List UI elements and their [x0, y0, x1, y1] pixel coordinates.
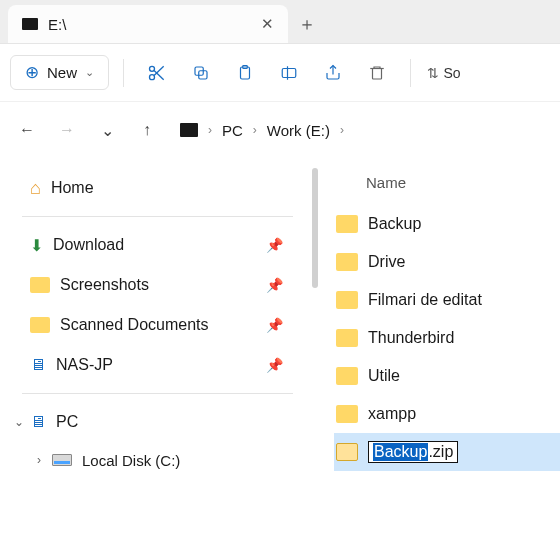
up-button[interactable]: ↑	[132, 115, 162, 145]
folder-icon	[336, 367, 358, 385]
sidebar-item-label: Local Disk (C:)	[82, 452, 180, 469]
sort-icon: ⇅	[427, 65, 439, 81]
chevron-right-icon: ›	[208, 123, 212, 137]
zip-icon	[336, 443, 358, 461]
pin-icon: 📌	[266, 317, 283, 333]
home-icon: ⌂	[30, 178, 41, 199]
rename-button[interactable]	[270, 54, 308, 92]
address-bar[interactable]: › PC › Work (E:) ›	[172, 112, 548, 148]
svg-rect-11	[373, 68, 382, 79]
chevron-right-icon[interactable]: ›	[30, 453, 48, 467]
folder-icon	[336, 215, 358, 233]
list-item[interactable]: Filmari de editat	[334, 281, 560, 319]
pin-icon: 📌	[266, 237, 283, 253]
pin-icon: 📌	[266, 277, 283, 293]
folder-icon	[336, 291, 358, 309]
folder-icon	[336, 329, 358, 347]
sidebar-item-label: Home	[51, 179, 94, 197]
file-name: xampp	[368, 405, 416, 423]
column-header-name[interactable]: Name	[334, 168, 560, 205]
delete-button[interactable]	[358, 54, 396, 92]
new-button[interactable]: ⊕ New ⌄	[10, 55, 109, 90]
rename-extension: .zip	[428, 443, 453, 461]
pc-icon: 🖥	[30, 413, 46, 431]
pin-icon: 📌	[266, 357, 283, 373]
sidebar-item-scanned[interactable]: Scanned Documents 📌	[10, 305, 305, 345]
file-name: Filmari de editat	[368, 291, 482, 309]
svg-point-1	[150, 74, 155, 79]
list-item[interactable]: xampp	[334, 395, 560, 433]
drive-icon	[180, 123, 198, 137]
sidebar-pc[interactable]: ⌄ 🖥 PC	[10, 402, 305, 442]
recent-button[interactable]: ⌄	[92, 115, 122, 145]
separator	[410, 59, 411, 87]
monitor-icon: 🖥	[30, 356, 46, 374]
svg-line-2	[154, 66, 164, 75]
svg-point-0	[150, 66, 155, 71]
folder-icon	[30, 277, 50, 293]
new-tab-button[interactable]: ＋	[288, 5, 326, 43]
rename-icon	[279, 64, 299, 82]
list-item-renaming[interactable]: Backup.zip	[334, 433, 560, 471]
folder-icon	[336, 405, 358, 423]
body: ⌂ Home ⬇ Download 📌 Screenshots 📌 Scanne…	[0, 158, 560, 543]
file-name: Backup	[368, 215, 421, 233]
copy-button[interactable]	[182, 54, 220, 92]
sidebar: ⌂ Home ⬇ Download 📌 Screenshots 📌 Scanne…	[0, 158, 312, 543]
tab-bar: E:\ ✕ ＋	[0, 0, 560, 44]
separator	[123, 59, 124, 87]
sidebar-item-label: NAS-JP	[56, 356, 113, 374]
chevron-down-icon: ⌄	[85, 66, 94, 79]
sidebar-item-label: Scanned Documents	[60, 316, 209, 334]
rename-input[interactable]: Backup.zip	[368, 441, 458, 463]
plus-icon: ⊕	[25, 62, 39, 83]
separator	[22, 393, 293, 394]
chevron-down-icon[interactable]: ⌄	[10, 415, 28, 429]
separator	[22, 216, 293, 217]
file-name: Drive	[368, 253, 405, 271]
sort-button[interactable]: ⇅ So	[425, 54, 463, 92]
folder-icon	[30, 317, 50, 333]
disk-icon	[52, 454, 72, 466]
share-icon	[323, 64, 343, 82]
sidebar-item-label: Screenshots	[60, 276, 149, 294]
share-button[interactable]	[314, 54, 352, 92]
list-item[interactable]: Drive	[334, 243, 560, 281]
sidebar-item-label: PC	[56, 413, 78, 431]
rename-selected-text: Backup	[373, 443, 428, 461]
breadcrumb-drive[interactable]: Work (E:)	[267, 122, 330, 139]
svg-line-3	[154, 70, 164, 79]
svg-rect-8	[282, 68, 296, 77]
sort-label: So	[443, 65, 460, 81]
sidebar-item-download[interactable]: ⬇ Download 📌	[10, 225, 305, 265]
drive-icon	[22, 18, 38, 30]
sidebar-localdisk[interactable]: › Local Disk (C:)	[10, 442, 305, 478]
new-button-label: New	[47, 64, 77, 81]
forward-button[interactable]: →	[52, 115, 82, 145]
chevron-right-icon: ›	[340, 123, 344, 137]
download-icon: ⬇	[30, 236, 43, 255]
tab-title: E:\	[48, 16, 251, 33]
tab-active[interactable]: E:\ ✕	[8, 5, 288, 43]
nav-row: ← → ⌄ ↑ › PC › Work (E:) ›	[0, 102, 560, 158]
paste-button[interactable]	[226, 54, 264, 92]
file-name: Thunderbird	[368, 329, 454, 347]
back-button[interactable]: ←	[12, 115, 42, 145]
file-list: Name Backup Drive Filmari de editat Thun…	[318, 158, 560, 543]
toolbar: ⊕ New ⌄ ⇅ So	[0, 44, 560, 102]
sidebar-home[interactable]: ⌂ Home	[10, 168, 305, 208]
list-item[interactable]: Utile	[334, 357, 560, 395]
close-icon[interactable]: ✕	[261, 15, 274, 33]
cut-button[interactable]	[138, 54, 176, 92]
chevron-right-icon: ›	[253, 123, 257, 137]
list-item[interactable]: Thunderbird	[334, 319, 560, 357]
sidebar-item-nas[interactable]: 🖥 NAS-JP 📌	[10, 345, 305, 385]
sidebar-item-screenshots[interactable]: Screenshots 📌	[10, 265, 305, 305]
folder-icon	[336, 253, 358, 271]
breadcrumb-root[interactable]: PC	[222, 122, 243, 139]
list-item[interactable]: Backup	[334, 205, 560, 243]
copy-icon	[192, 64, 210, 82]
trash-icon	[368, 63, 386, 83]
clipboard-icon	[236, 63, 254, 83]
file-name: Utile	[368, 367, 400, 385]
